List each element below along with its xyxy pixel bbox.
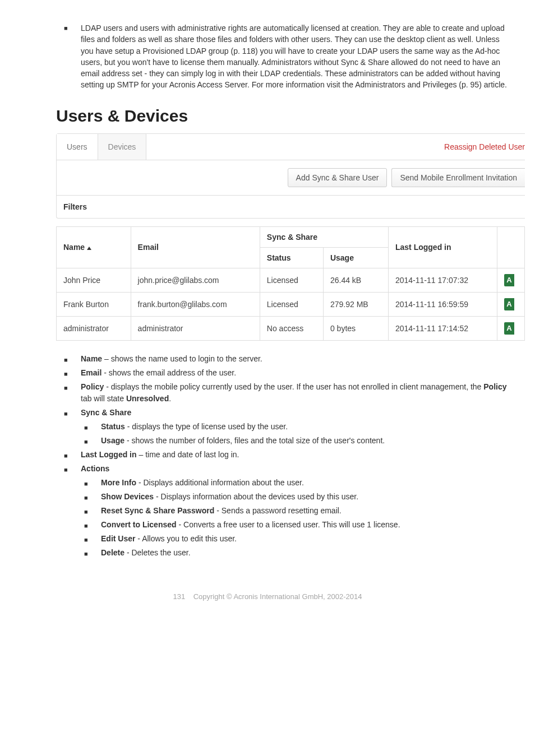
def-last-logged: ■ Last Logged in – time and date of last… <box>64 449 511 461</box>
section-title: Users & Devices <box>56 106 525 126</box>
def-edit-user: ■ Edit User - Allows you to edit this us… <box>84 533 511 545</box>
definitions-list: ■ Name – shows the name used to login to… <box>64 353 511 559</box>
col-lastlogged-header[interactable]: Last Logged in <box>388 226 497 268</box>
def-policy: ■ Policy - displays the mobile policy cu… <box>64 381 511 405</box>
cell-lastlogged: 2014-11-11 16:59:59 <box>388 292 497 316</box>
page-number: 131 <box>173 592 186 601</box>
row-action-button[interactable]: A <box>504 322 514 335</box>
col-actions-header <box>497 226 525 268</box>
intro-bullet: ■ LDAP users and users with administrati… <box>64 22 514 91</box>
users-devices-panel: Users Devices Reassign Deleted User Add … <box>56 133 525 219</box>
def-name: ■ Name – shows the name used to login to… <box>64 353 511 365</box>
users-table: Name Email Sync & Share Last Logged in S… <box>56 226 525 341</box>
def-actions: ■ Actions <box>64 463 511 475</box>
def-status: ■ Status - displays the type of license … <box>84 421 511 433</box>
cell-lastlogged: 2014-11-11 17:14:52 <box>388 316 497 340</box>
def-reset-password: ■ Reset Sync & Share Password - Sends a … <box>84 505 511 517</box>
cell-name: John Price <box>57 268 131 292</box>
bullet-marker: ■ <box>64 22 81 91</box>
filters-label: Filters <box>63 202 87 211</box>
def-convert-licensed: ■ Convert to Licensed - Converts a free … <box>84 519 511 531</box>
col-usage-header[interactable]: Usage <box>323 247 388 268</box>
action-buttons-row: Add Sync & Share User Send Mobile Enroll… <box>57 160 525 195</box>
reassign-deleted-user-link[interactable]: Reassign Deleted User <box>444 142 525 151</box>
col-name-header[interactable]: Name <box>57 226 131 268</box>
sort-asc-icon <box>87 247 91 250</box>
def-sync-share: ■ Sync & Share <box>64 407 511 419</box>
cell-email: frank.burton@glilabs.com <box>131 292 260 316</box>
col-sync-share-group: Sync & Share <box>260 226 388 247</box>
row-action-button[interactable]: A <box>504 274 514 286</box>
def-more-info: ■ More Info - Displays additional inform… <box>84 477 511 489</box>
cell-lastlogged: 2014-11-11 17:07:32 <box>388 268 497 292</box>
def-show-devices: ■ Show Devices - Displays information ab… <box>84 491 511 503</box>
send-mobile-enrollment-button[interactable]: Send Mobile Enrollment Invitation <box>391 168 525 187</box>
cell-name: administrator <box>57 316 131 340</box>
def-delete: ■ Delete - Deletes the user. <box>84 547 511 559</box>
def-usage: ■ Usage - shows the number of folders, f… <box>84 435 511 447</box>
cell-email: john.price@glilabs.com <box>131 268 260 292</box>
page-footer: 131 Copyright © Acronis International Gm… <box>10 592 525 601</box>
table-row: John Price john.price@glilabs.com Licens… <box>57 268 525 292</box>
row-action-button[interactable]: A <box>504 298 514 310</box>
table-row: administrator administrator No access 0 … <box>57 316 525 340</box>
col-email-header[interactable]: Email <box>131 226 260 268</box>
def-email: ■ Email - shows the email address of the… <box>64 367 511 379</box>
cell-name: Frank Burton <box>57 292 131 316</box>
cell-usage: 26.44 kB <box>323 268 388 292</box>
filters-toggle[interactable]: Filters <box>57 195 525 218</box>
copyright-text: Copyright © Acronis International GmbH, … <box>193 592 362 601</box>
cell-status: No access <box>260 316 323 340</box>
cell-usage: 0 bytes <box>323 316 388 340</box>
tabs-row: Users Devices Reassign Deleted User <box>57 134 525 160</box>
tab-users[interactable]: Users <box>57 134 98 160</box>
intro-text: LDAP users and users with administrative… <box>81 22 514 91</box>
cell-usage: 279.92 MB <box>323 292 388 316</box>
cell-status: Licensed <box>260 292 323 316</box>
cell-email: administrator <box>131 316 260 340</box>
table-row: Frank Burton frank.burton@glilabs.com Li… <box>57 292 525 316</box>
cell-status: Licensed <box>260 268 323 292</box>
add-sync-share-user-button[interactable]: Add Sync & Share User <box>288 168 388 187</box>
col-status-header[interactable]: Status <box>260 247 323 268</box>
tab-devices[interactable]: Devices <box>98 134 147 160</box>
